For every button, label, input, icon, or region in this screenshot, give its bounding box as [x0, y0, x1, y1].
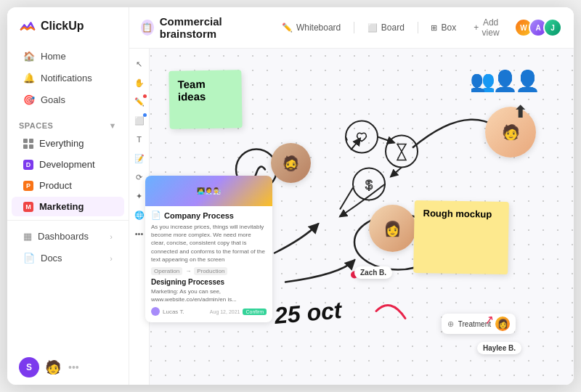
tag: Production: [194, 267, 227, 275]
tab-whiteboard[interactable]: ✏️ Whiteboard: [275, 20, 348, 36]
sticky-note-yellow[interactable]: Rough mockup: [413, 200, 509, 274]
sidebar-item-notifications[interactable]: 🔔 Notifications: [12, 68, 124, 89]
add-view-label: Add view: [482, 17, 500, 38]
space-label: Everything: [39, 138, 84, 149]
user-avatar: S: [19, 357, 39, 377]
card-section-title: Designing Processes: [151, 278, 267, 286]
space-label: Marketing: [39, 201, 84, 212]
home-icon: 🏠: [23, 51, 35, 62]
app-name: ClickUp: [41, 20, 84, 33]
active-indicator: [143, 94, 147, 98]
sidebar-nav-label: Goals: [41, 94, 65, 105]
face-icon: 🧑: [485, 107, 536, 158]
spaces-label: Spaces: [19, 121, 53, 130]
tab-board[interactable]: ⬜ Board: [360, 20, 412, 36]
mkt-icon: M: [23, 202, 33, 212]
text-tool[interactable]: T: [131, 131, 147, 147]
cursor-tool[interactable]: ↖: [131, 56, 147, 72]
box-icon: ⊞: [431, 23, 437, 33]
app-logo: ClickUp: [7, 7, 129, 42]
everything-icon: [23, 139, 33, 149]
space-label: Development: [39, 159, 95, 170]
topbar-avatars: W A J: [514, 18, 562, 37]
sidebar-item-product[interactable]: P Product: [12, 176, 124, 195]
person-secondary: 👩: [369, 205, 416, 252]
dev-icon: D: [23, 160, 33, 170]
sticky-tool[interactable]: 📝: [131, 150, 147, 166]
person-third: 🧔: [271, 143, 311, 183]
svg-text:$: $: [365, 178, 373, 192]
bell-icon: 🔔: [23, 73, 35, 83]
board-icon: ⬜: [367, 23, 378, 33]
people-icon: 👥👤👤: [470, 69, 537, 93]
bottom-item-label: Dashboards: [38, 231, 89, 242]
topbar-title-area: 📋 Commercial brainstorm: [141, 15, 259, 40]
sidebar-item-home[interactable]: 🏠 Home: [12, 46, 124, 67]
active-indicator: [143, 113, 147, 117]
svg-point-5: [346, 121, 378, 153]
card-image: 👩‍💻🧑‍💼👨‍🔬: [145, 176, 272, 206]
svg-point-7: [353, 168, 385, 200]
card-text: As you increase prices, things will inev…: [151, 223, 267, 264]
shapes-tool[interactable]: ⬜: [131, 113, 147, 128]
company-process-card[interactable]: 👩‍💻🧑‍💼👨‍🔬 📄 Company Process As you incre…: [145, 176, 272, 322]
hand-tool[interactable]: ✋: [131, 75, 147, 91]
card-footer: Lucas T. Aug 12, 2021 Confirm: [151, 307, 267, 316]
bottom-item-label: Docs: [41, 253, 62, 264]
whiteboard-canvas[interactable]: ↖ ✋ ✏️ ⬜ T 📝 ⟳ ✦ 🌐 ••• Team ideas: [129, 49, 574, 385]
prod-icon: P: [23, 181, 33, 191]
app-window: ClickUp 🏠 Home 🔔 Notifications 🎯 Goals S…: [7, 7, 574, 385]
sidebar-item-marketing[interactable]: M Marketing: [12, 197, 124, 216]
user-profile[interactable]: S 🧑 •••: [7, 350, 129, 385]
tag: Operation: [151, 267, 182, 275]
divider: [354, 22, 354, 33]
view-tabs: ✏️ Whiteboard ⬜ Board ⊞ Box + Add view: [275, 15, 507, 41]
plus-icon: +: [474, 23, 479, 33]
card-meta: Operation → Production: [151, 267, 267, 275]
card-title: 📄 Company Process: [151, 211, 267, 220]
space-label: Product: [39, 180, 72, 191]
tab-label: Whiteboard: [296, 23, 341, 33]
face-icon: 👩: [369, 205, 416, 252]
card-section-text: Marketing: As you can see, www.website.c…: [151, 287, 267, 303]
sidebar-item-everything[interactable]: Everything: [12, 134, 124, 153]
add-view-button[interactable]: + Add view: [466, 15, 507, 41]
arrows: [275, 224, 354, 282]
user-photo: 🧑: [45, 359, 61, 375]
sticky-note-green[interactable]: Team ideas: [168, 70, 242, 129]
main-content: 📋 Commercial brainstorm ✏️ Whiteboard ⬜ …: [129, 7, 574, 385]
chevron-icon: ▼: [109, 121, 117, 130]
svg-point-6: [386, 136, 418, 168]
crosshair-icon: ⊕: [447, 319, 454, 329]
topbar: 📋 Commercial brainstorm ✏️ Whiteboard ⬜ …: [129, 7, 574, 49]
tab-box[interactable]: ⊞ Box: [423, 20, 463, 36]
card-body: 📄 Company Process As you increase prices…: [145, 206, 272, 322]
treatment-avatar: 👩: [495, 317, 510, 331]
sidebar-item-goals[interactable]: 🎯 Goals: [12, 89, 124, 110]
badge-label: Haylee B.: [483, 344, 516, 352]
more-icon: •••: [68, 362, 79, 373]
docs-icon: 📄: [23, 253, 35, 264]
sidebar-item-docs[interactable]: 📄 Docs ›: [12, 248, 124, 269]
avatar: J: [543, 18, 562, 37]
sidebar-nav: 🏠 Home 🔔 Notifications 🎯 Goals: [7, 42, 129, 114]
whiteboard-icon: ✏️: [282, 23, 293, 33]
pen-tool[interactable]: ✏️: [131, 94, 147, 110]
sidebar-item-development[interactable]: D Development: [12, 155, 124, 174]
divider: [418, 22, 418, 33]
sidebar-nav-label: Home: [41, 51, 66, 62]
sticky-note-text: Team ideas: [177, 78, 206, 103]
sidebar: ClickUp 🏠 Home 🔔 Notifications 🎯 Goals S…: [7, 7, 129, 385]
badge-treatment: ⊕ Treatment 👩: [442, 314, 516, 334]
sidebar-item-dashboards[interactable]: ▦ Dashboards ›: [12, 226, 124, 247]
date-arrow: [376, 306, 405, 319]
page-title: Commercial brainstorm: [160, 15, 259, 40]
target-icon: 🎯: [23, 94, 35, 105]
page-icon: 📋: [141, 20, 154, 36]
spaces-section: Spaces ▼: [7, 114, 129, 133]
arrow-up-icon: ⬆: [513, 103, 527, 122]
sticky-note-text: Rough mockup: [423, 208, 492, 220]
badge-haylee: Haylee B.: [477, 342, 521, 354]
tab-label: Board: [381, 23, 405, 33]
badge-label: Zach B.: [360, 269, 386, 277]
